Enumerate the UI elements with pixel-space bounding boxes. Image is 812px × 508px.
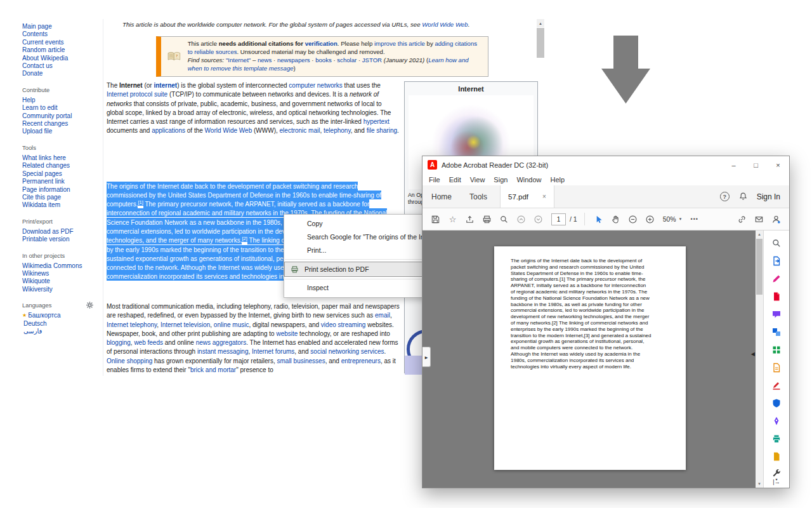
expand-left-panel-button[interactable]: ▶ — [422, 347, 431, 367]
sidebar-link[interactable]: Page information — [22, 186, 100, 194]
sidebar-link[interactable]: Current events — [22, 39, 100, 46]
wiki-link[interactable]: newspapers — [277, 57, 310, 64]
wiki-link[interactable]: news aggregators — [196, 339, 247, 346]
gear-icon[interactable] — [86, 302, 93, 309]
wiki-link[interactable]: brick and mortar — [190, 366, 236, 373]
language-link[interactable]: فارسی — [22, 328, 100, 335]
wiki-link[interactable]: website — [276, 330, 298, 337]
open-tools-panel-button[interactable]: |→ — [764, 479, 789, 485]
wiki-link[interactable]: Internet telephony — [107, 321, 157, 328]
fill-sign-button[interactable] — [765, 412, 788, 430]
wiki-link[interactable]: online music — [214, 321, 249, 328]
hand-tool-button[interactable] — [608, 211, 624, 227]
pdf-scrollbar[interactable]: ▲ ▼ — [756, 231, 763, 488]
sidebar-link[interactable]: Contents — [22, 30, 100, 38]
wiki-link[interactable]: internet — [154, 82, 177, 89]
sidebar-link[interactable]: Wikiquote — [22, 277, 100, 285]
scrollbar-thumb[interactable] — [756, 239, 763, 295]
collapse-right-panel-button[interactable]: ◀ — [751, 351, 755, 357]
wiki-link[interactable]: computer networks — [289, 82, 342, 89]
export-pdf-button[interactable] — [765, 252, 788, 270]
page-number-input[interactable]: 1 — [551, 213, 566, 225]
menu-bar-item[interactable]: Sign — [489, 176, 512, 184]
combine-files-button[interactable] — [765, 323, 788, 341]
wiki-link[interactable]: small businesses — [277, 358, 325, 364]
tab-close-icon[interactable]: × — [542, 193, 546, 200]
sidebar-link[interactable]: Learn to edit — [22, 104, 100, 112]
edit-pdf-button[interactable] — [765, 270, 788, 288]
tab-document[interactable]: 57.pdf × — [500, 185, 554, 208]
create-pdf-button[interactable] — [765, 288, 788, 305]
protect-button[interactable] — [765, 394, 788, 412]
wiki-link[interactable]: books — [315, 57, 332, 64]
sidebar-link[interactable]: Special pages — [22, 170, 100, 178]
wiki-link[interactable]: hypertext — [363, 118, 390, 125]
sidebar-link[interactable]: Main page — [22, 23, 100, 30]
menu-item-copy[interactable]: Copy — [284, 217, 439, 231]
scan-ocr-button[interactable] — [765, 359, 788, 377]
language-link[interactable]: Deutsch — [22, 320, 100, 328]
wiki-link[interactable]: applications — [152, 127, 185, 134]
sidebar-link[interactable]: Cite this page — [22, 194, 100, 201]
wiki-link[interactable]: World Wide Web — [422, 21, 468, 28]
wiki-link[interactable]: instant messaging — [197, 348, 249, 355]
browser-scrollbar[interactable]: ▲ — [537, 19, 544, 58]
wiki-link[interactable]: Internet protocol suite — [107, 91, 167, 98]
sidebar-link[interactable]: Donate — [22, 70, 100, 77]
sidebar-link[interactable]: What links here — [22, 154, 100, 162]
favorites-star-button[interactable]: ☆ — [445, 211, 461, 227]
sign-in-button[interactable]: Sign In — [757, 192, 780, 201]
wiki-link[interactable]: video streaming — [321, 321, 366, 328]
zoom-in-button[interactable] — [642, 211, 658, 227]
wiki-link[interactable]: Internet television — [160, 321, 210, 328]
bell-icon[interactable] — [738, 192, 748, 201]
previous-page-button[interactable] — [513, 211, 529, 227]
share-file-button[interactable] — [462, 211, 478, 227]
email-button[interactable] — [751, 211, 767, 227]
scroll-up-button[interactable]: ▲ — [756, 231, 763, 238]
sidebar-link[interactable]: About Wikipedia — [22, 55, 100, 62]
next-page-button[interactable] — [530, 211, 546, 227]
organize-pages-button[interactable] — [765, 341, 788, 359]
sidebar-link[interactable]: Community portal — [22, 112, 100, 120]
wiki-link[interactable]: scholar — [337, 57, 357, 64]
scrollbar-thumb[interactable] — [537, 28, 544, 58]
redact-button[interactable] — [765, 377, 788, 394]
scroll-down-button[interactable]: ▼ — [756, 480, 763, 488]
help-icon[interactable]: ? — [720, 192, 730, 201]
sidebar-link[interactable]: Wikimedia Commons — [22, 262, 100, 270]
wiki-link[interactable]: file sharing — [367, 127, 397, 134]
menu-item-search-google[interactable]: Search Google for "The origins of the In… — [284, 231, 439, 244]
sidebar-link[interactable]: Printable version — [22, 236, 100, 243]
comment-button[interactable] — [765, 305, 788, 323]
sidebar-link[interactable]: Permanent link — [22, 178, 100, 185]
menu-bar-item[interactable]: File — [424, 176, 445, 184]
wiki-link[interactable]: verification — [305, 40, 337, 47]
search-tools-button[interactable] — [765, 234, 788, 252]
sidebar-link[interactable]: Random article — [22, 46, 100, 54]
print-button[interactable] — [479, 211, 495, 227]
minimize-button[interactable]: – — [723, 156, 745, 173]
wiki-link[interactable]: electronic mail — [280, 127, 320, 134]
wiki-link[interactable]: World Wide Web — [205, 127, 252, 134]
sidebar-link[interactable]: Wikiversity — [22, 286, 100, 293]
wiki-link[interactable]: web feeds — [134, 339, 163, 346]
sidebar-link[interactable]: Recent changes — [22, 120, 100, 128]
custom-tool-button[interactable] — [765, 448, 788, 465]
wiki-link[interactable]: blogging — [107, 339, 131, 346]
save-button[interactable] — [428, 211, 443, 227]
wiki-link[interactable]: improve this article — [374, 40, 425, 47]
menu-item-inspect[interactable]: Inspect — [284, 281, 439, 295]
wiki-link[interactable]: Online shopping — [107, 358, 152, 364]
wiki-link[interactable]: social networking services — [310, 348, 384, 355]
menu-item-print[interactable]: Print... — [284, 244, 439, 257]
account-button[interactable] — [768, 211, 784, 227]
wiki-link[interactable]: email — [375, 312, 390, 319]
tab-home[interactable]: Home — [422, 185, 461, 208]
menu-bar-item[interactable]: Window — [512, 176, 546, 184]
wiki-link[interactable]: news — [258, 57, 272, 64]
wiki-link[interactable]: Internet forums — [252, 348, 294, 355]
share-link-button[interactable] — [734, 211, 750, 227]
print-production-button[interactable] — [765, 430, 788, 448]
menu-item-print-selection-to-pdf[interactable]: Print selection to PDF — [284, 262, 439, 277]
